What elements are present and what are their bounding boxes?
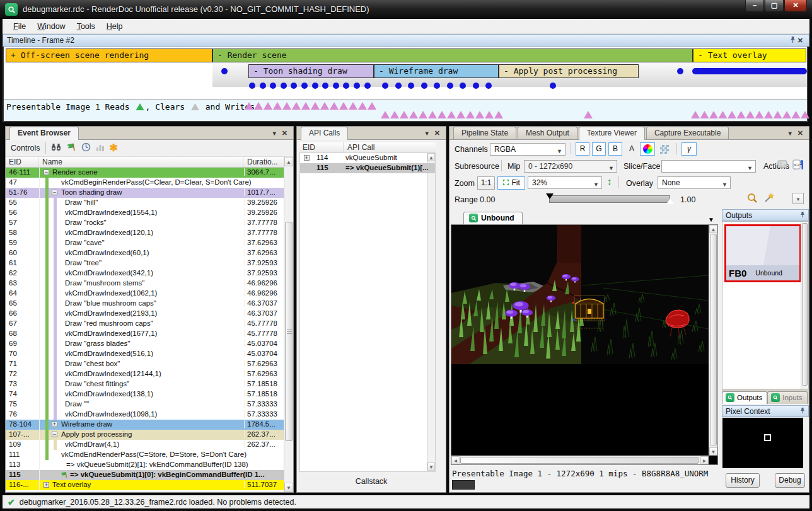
menu-item-help[interactable]: Help	[101, 21, 129, 32]
event-row[interactable]: 75Draw ""57.33333	[6, 399, 285, 410]
write-usage-marker[interactable]	[700, 111, 709, 118]
event-row[interactable]: 63Draw "mushroom stems"46.96296	[6, 278, 285, 289]
fit-button[interactable]: Fit	[497, 176, 525, 190]
write-usage-marker[interactable]	[273, 102, 282, 110]
tab-texture-viewer[interactable]: Texture Viewer	[579, 127, 645, 140]
write-usage-marker[interactable]	[584, 111, 593, 118]
event-dot[interactable]	[322, 83, 328, 89]
callstack-label[interactable]: Callstack	[297, 477, 446, 486]
event-row[interactable]: 73Draw "chest fittings"57.18518	[6, 379, 285, 389]
event-dot[interactable]	[421, 83, 427, 89]
write-usage-marker[interactable]	[782, 111, 791, 118]
write-usage-marker[interactable]	[254, 102, 263, 110]
event-row[interactable]: 59Draw "cave"37.62963	[6, 238, 285, 248]
scroll-down-icon[interactable]: ▼	[284, 483, 293, 492]
close-icon[interactable]: ✕	[796, 37, 805, 45]
tab-unbound-texture[interactable]: Unbound	[463, 212, 523, 224]
event-row[interactable]: 71Draw "chest box"57.62963	[6, 359, 285, 369]
alpha-checker-button[interactable]	[658, 142, 671, 156]
event-row[interactable]: 58vkCmdDrawIndexed(120,1)37.77778	[6, 228, 285, 238]
event-dot[interactable]	[550, 83, 556, 89]
write-usage-marker[interactable]	[774, 111, 782, 118]
color-wheel-button[interactable]	[640, 142, 655, 156]
event-dot[interactable]	[354, 83, 360, 89]
event-dot[interactable]	[395, 83, 402, 89]
event-row[interactable]: 62vkCmdDrawIndexed(342,1)37.92593	[6, 268, 285, 278]
write-usage-marker[interactable]	[381, 111, 390, 118]
menu-item-window[interactable]: Window	[32, 21, 71, 32]
range-track[interactable]	[549, 195, 670, 203]
write-usage-marker[interactable]	[447, 111, 456, 118]
pixel-context-view[interactable]	[722, 418, 803, 468]
write-usage-marker[interactable]	[709, 111, 718, 118]
scroll-left-icon[interactable]: ◄	[451, 456, 460, 464]
event-dot[interactable]	[434, 83, 440, 89]
scroll-right-icon[interactable]: ►	[700, 456, 709, 464]
event-dot[interactable]	[343, 83, 349, 89]
write-usage-marker[interactable]	[419, 111, 427, 118]
write-usage-marker[interactable]	[494, 111, 503, 118]
event-dot[interactable]	[460, 83, 466, 89]
channel-b-button[interactable]: B	[608, 142, 622, 156]
debug-button[interactable]: Debug	[775, 473, 805, 488]
chevron-down-icon[interactable]: ▼	[424, 130, 430, 137]
autofit-wand-icon[interactable]	[763, 193, 774, 205]
event-dot[interactable]	[301, 83, 308, 89]
write-usage-marker[interactable]	[737, 111, 746, 118]
timeline-marker-bar[interactable]: - Render scene	[212, 49, 693, 62]
event-row[interactable]: 109vkCmdDraw(4,1)262.37...	[6, 440, 285, 450]
write-usage-marker[interactable]	[301, 102, 310, 110]
open-in-editor-icon[interactable]: <>	[792, 159, 802, 171]
find-event-icon[interactable]	[51, 143, 61, 154]
tab-pipeline-state[interactable]: Pipeline State	[453, 127, 516, 139]
write-usage-marker[interactable]	[245, 102, 253, 110]
write-usage-marker[interactable]	[466, 111, 475, 118]
menu-item-file[interactable]: File	[8, 21, 32, 32]
write-usage-marker[interactable]	[349, 102, 357, 110]
write-usage-marker[interactable]	[400, 111, 409, 118]
time-draws-icon[interactable]	[81, 142, 91, 154]
flip-y-icon[interactable]: ↕	[607, 176, 612, 187]
column-eid[interactable]: EID	[299, 142, 344, 153]
pin-icon[interactable]	[800, 211, 805, 220]
statistics-icon[interactable]	[96, 143, 105, 154]
tree-expander[interactable]: −	[52, 432, 57, 437]
timeline-body[interactable]: + Off-screen scene rendering- Render sce…	[3, 47, 808, 122]
goto-event-icon[interactable]	[66, 142, 76, 154]
tree-expander[interactable]: −	[44, 169, 49, 175]
column-eid[interactable]: EID	[6, 157, 38, 168]
event-dot[interactable]	[677, 68, 683, 74]
close-icon[interactable]: ✕	[280, 129, 289, 137]
scroll-up-icon[interactable]: ▲	[709, 225, 717, 233]
pin-icon[interactable]	[790, 36, 796, 45]
event-row[interactable]: 60vkCmdDrawIndexed(60,1)37.62963	[6, 248, 285, 258]
texture-image-area[interactable]: ▲ ▼ ◄ ►	[451, 224, 718, 465]
zoom-1to1-button[interactable]: 1:1	[477, 176, 495, 190]
maximize-button[interactable]: ▢	[765, 0, 784, 12]
tree-expander[interactable]: +	[52, 422, 57, 427]
gamma-button[interactable]: γ	[682, 142, 697, 156]
scrollbar-thumb[interactable]	[710, 234, 717, 445]
mip-select[interactable]: 0 - 1272x690▼	[524, 160, 617, 173]
current-event-pill[interactable]	[692, 68, 807, 74]
event-dot[interactable]	[485, 83, 492, 89]
write-usage-marker[interactable]	[409, 111, 418, 118]
event-dot[interactable]	[221, 68, 228, 74]
event-row[interactable]: 47vkCmdBeginRenderPass(C=Clear, D=Clear,…	[6, 178, 285, 188]
scroll-up-icon[interactable]: ▲	[284, 157, 293, 166]
event-dot[interactable]	[249, 83, 255, 89]
close-button[interactable]: ✕	[784, 0, 807, 12]
write-usage-marker[interactable]	[728, 111, 736, 118]
event-dot[interactable]	[270, 83, 276, 89]
api-call-row[interactable]: 115=> vkQueueSubmit(1)[...	[300, 163, 435, 173]
channels-select[interactable]: RGBA▼	[490, 143, 566, 156]
close-icon[interactable]: ✕	[796, 129, 805, 137]
api-scrollbar[interactable]: ▲ ▼	[427, 153, 435, 471]
open-texture-list-icon[interactable]	[777, 159, 788, 171]
write-usage-marker[interactable]	[438, 111, 446, 118]
event-dot[interactable]	[382, 83, 388, 89]
event-dot[interactable]	[473, 83, 479, 89]
event-row[interactable]: 72vkCmdDrawIndexed(12144,1)57.62963	[6, 369, 285, 379]
event-dot[interactable]	[408, 83, 414, 89]
tab-inputs[interactable]: Inputs	[767, 391, 807, 404]
